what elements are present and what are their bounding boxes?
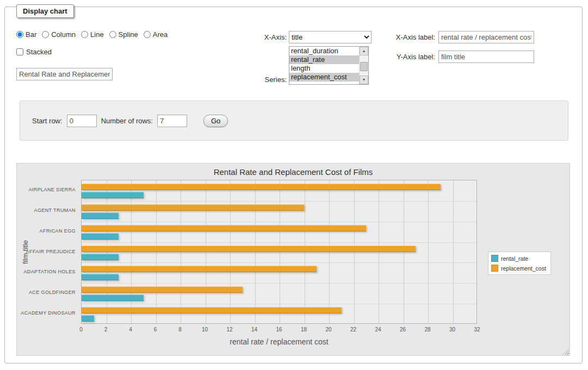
- stacked-option[interactable]: Stacked: [16, 48, 52, 56]
- start-row-label: Start row:: [32, 117, 63, 125]
- bar-replacement_cost: [82, 266, 317, 272]
- legend-swatch-rental_rate: [491, 255, 498, 262]
- chart-type-radio-area[interactable]: [144, 31, 151, 38]
- bar-rental_rate: [82, 212, 119, 219]
- series-option-length[interactable]: length: [289, 64, 359, 73]
- chart-type-label: Line: [90, 30, 104, 39]
- bar-rental_rate: [82, 274, 119, 280]
- grid-line-vertical: [453, 180, 454, 323]
- grid-line-vertical: [428, 180, 429, 323]
- x-axis-title: rental rate / replacement cost: [81, 337, 477, 346]
- phpmyadmin-chart-page: Display chart BarColumnLineSplineArea St…: [0, 0, 588, 370]
- bar-replacement_cost: [82, 286, 243, 293]
- x-tick-label: 20: [320, 327, 337, 333]
- x-axis-label-label: X-Axis label:: [383, 33, 435, 41]
- category-label: AFRICAN EGG: [18, 228, 76, 234]
- grid-line-horizontal: [82, 222, 476, 222]
- num-rows-label: Number of rows:: [101, 117, 153, 125]
- x-tick-label: 6: [147, 327, 164, 333]
- x-tick-label: 30: [444, 327, 461, 333]
- category-label: ADAPTATION HOLES: [18, 269, 76, 274]
- chart-type-option-bar[interactable]: Bar: [16, 30, 36, 39]
- bar-rental_rate: [82, 294, 144, 301]
- stacked-label: Stacked: [26, 48, 52, 56]
- x-tick-label: 4: [122, 327, 139, 333]
- series-options: rental_durationrental_ratelengthreplacem…: [289, 47, 359, 81]
- x-tick-label: 28: [419, 327, 436, 333]
- x-axis-select-label: X-Axis:: [239, 33, 287, 41]
- chart-type-radio-line[interactable]: [81, 31, 88, 38]
- bar-replacement_cost: [82, 225, 366, 231]
- chart-title: Rental Rate and Replacement Cost of Film…: [17, 167, 570, 177]
- series-option-rental_duration[interactable]: rental_duration: [289, 47, 359, 55]
- chart-type-label: Column: [51, 30, 76, 39]
- chart-type-option-line[interactable]: Line: [81, 30, 104, 39]
- chart-type-label: Area: [153, 30, 168, 39]
- x-tick-label: 12: [221, 327, 238, 333]
- chart-type-radio-spline[interactable]: [109, 31, 116, 38]
- legend-item-replacement_cost: replacement_cost: [491, 265, 546, 272]
- x-tick-label: 24: [370, 327, 386, 333]
- grid-line-horizontal: [82, 262, 476, 263]
- legend-label: rental_rate: [501, 255, 528, 262]
- bar-replacement_cost: [82, 204, 304, 211]
- chart-title-input[interactable]: [16, 68, 113, 80]
- grid-line-horizontal: [82, 304, 476, 304]
- chart-type-radio-bar[interactable]: [16, 31, 23, 38]
- resize-handle-icon[interactable]: [562, 348, 569, 355]
- num-rows-input[interactable]: [157, 115, 187, 127]
- chart-canvas: Rental Rate and Replacement Cost of Film…: [16, 163, 570, 356]
- go-button[interactable]: Go: [203, 115, 228, 127]
- x-tick-label: 10: [197, 327, 213, 333]
- plot-area: [81, 180, 477, 324]
- scrollbar-thumb[interactable]: [360, 62, 368, 71]
- y-axis-label-label: Y-Axis label:: [383, 53, 435, 61]
- x-tick-label: 18: [296, 327, 312, 333]
- grid-line-horizontal: [82, 283, 476, 284]
- category-label: ACE GOLDFINGER: [18, 290, 76, 295]
- chart-legend: rental_ratereplacement_cost: [488, 252, 551, 275]
- series-option-rental_rate[interactable]: rental_rate: [289, 55, 359, 64]
- x-tick-label: 16: [271, 327, 287, 333]
- x-axis-label-input[interactable]: [438, 31, 534, 43]
- series-label: Series:: [239, 76, 287, 84]
- rows-panel: Start row: Number of rows: Go: [20, 101, 568, 141]
- grid-line-horizontal: [82, 201, 476, 202]
- stacked-checkbox[interactable]: [16, 48, 23, 55]
- x-tick-label: 2: [98, 327, 114, 333]
- bar-replacement_cost: [82, 246, 416, 252]
- x-tick-label: 0: [73, 327, 89, 333]
- legend-swatch-replacement_cost: [491, 265, 498, 272]
- x-tick-label: 22: [345, 327, 362, 333]
- series-scrollbar: ▲ ▼: [359, 47, 368, 84]
- chart-type-group: BarColumnLineSplineArea: [16, 30, 168, 39]
- bar-rental_rate: [82, 315, 94, 322]
- category-label: AFFAIR PREJUDICE: [18, 249, 76, 254]
- x-tick-label: 26: [395, 327, 411, 333]
- start-row-input[interactable]: [67, 115, 97, 127]
- chart-type-option-column[interactable]: Column: [42, 30, 76, 39]
- chart-type-radio-column[interactable]: [42, 31, 49, 38]
- scroll-down-icon[interactable]: ▼: [360, 76, 368, 84]
- series-listbox[interactable]: rental_durationrental_ratelengthreplacem…: [289, 46, 369, 85]
- chart-type-label: Bar: [26, 30, 36, 39]
- legend-label: replacement_cost: [501, 265, 546, 272]
- bar-rental_rate: [82, 192, 144, 198]
- x-tick-label: 14: [246, 327, 263, 333]
- x-tick-label: 8: [172, 327, 188, 333]
- y-axis-label-input[interactable]: [438, 51, 534, 63]
- fieldset-legend: Display chart: [16, 4, 74, 18]
- series-option-replacement_cost[interactable]: replacement_cost: [289, 73, 359, 81]
- scroll-up-icon[interactable]: ▲: [360, 47, 368, 55]
- category-label: ACADEMY DINOSAUR: [18, 310, 76, 316]
- category-label: AIRPLANE SIERRA: [18, 187, 76, 192]
- category-label: AGENT TRUMAN: [18, 208, 76, 213]
- bar-replacement_cost: [82, 184, 441, 190]
- x-tick-label: 32: [469, 327, 485, 333]
- chart-type-option-spline[interactable]: Spline: [109, 30, 138, 39]
- legend-item-rental_rate: rental_rate: [491, 255, 546, 262]
- chart-type-option-area[interactable]: Area: [144, 30, 168, 39]
- y-category-labels: AIRPLANE SIERRAAGENT TRUMANAFRICAN EGGAF…: [17, 180, 78, 324]
- chart-type-label: Spline: [119, 30, 138, 39]
- x-axis-select[interactable]: title: [289, 31, 372, 43]
